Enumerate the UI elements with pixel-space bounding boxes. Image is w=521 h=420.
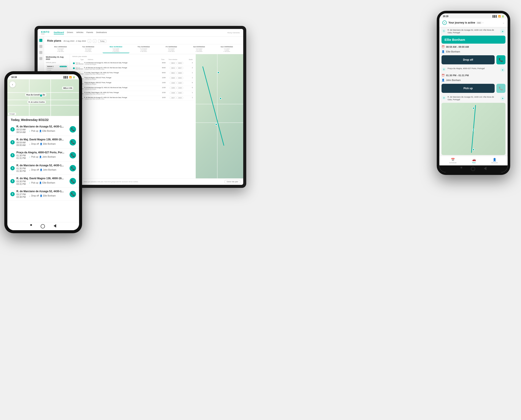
passenger-icon-2: 👤	[40, 143, 42, 145]
nav-item-account[interactable]: 👤 Account	[491, 158, 498, 164]
map-pin-1	[472, 107, 475, 109]
phone-ride-list: Today, Wednesday 8/31/22 1 R. de Marcian…	[7, 116, 79, 222]
date-navigation: 29 Aug 2022 - 4 Sep 2022 ‹ › Today	[63, 39, 106, 43]
clock-icon-1: ⏰	[442, 45, 445, 48]
ride-plan-panel: Vehicle plan details Type Address Time T…	[70, 54, 196, 178]
vehicle-panel-title: Vehicle plans	[46, 61, 68, 63]
journey-status-circle: ●	[442, 21, 447, 25]
map-pin-2	[472, 129, 475, 131]
today-button[interactable]: Today	[98, 39, 106, 43]
home-button[interactable]	[30, 224, 32, 226]
pr-recent-button[interactable]	[484, 167, 486, 170]
ride-number-3: 3	[10, 153, 15, 158]
next-date-btn[interactable]: ›	[93, 39, 96, 43]
nav-drivers[interactable]: Drivers	[67, 31, 73, 34]
day-col-wed[interactable]: Wed 31/08/2022 6 accepted0 in active6 ri…	[103, 45, 129, 53]
map-label-bela: BELA VIS	[62, 87, 73, 90]
nav-schedule-label: Schedule	[449, 162, 456, 164]
day-col-sat[interactable]: Sat 03/09/2022 0 accepted0 in active0 ri…	[186, 45, 212, 53]
call-button-stop1[interactable]: 📞	[496, 55, 506, 64]
nav-parents[interactable]: Parents	[86, 31, 93, 34]
wifi-icon: 📶	[69, 76, 72, 78]
action-label-5: Pick up	[31, 182, 38, 184]
map-road-h	[7, 92, 79, 93]
ride-number-2: 2	[10, 140, 15, 144]
day-col-thu[interactable]: Thu 01/09/2022 6 scheduled0 in active6 r…	[130, 45, 157, 53]
call-button-4[interactable]: 📞	[69, 165, 76, 172]
nav-destinations[interactable]: Destinations	[96, 31, 107, 34]
call-button-stop2[interactable]: 📞	[496, 84, 506, 93]
tablet-map	[196, 54, 243, 178]
call-button-6[interactable]: 📞	[69, 191, 76, 197]
tablet-navbar: KINTORIDE Dashboard Drivers Vehicles Par…	[38, 29, 243, 37]
vehicle-status: Not Active	[60, 66, 67, 67]
map-label-latino: R. de Latino Coelho	[27, 101, 46, 104]
ride-address-1: R. de Marciano de Azuaga 52, 4430-1...	[16, 125, 68, 128]
pr-status-icons: ▌▌▌ 📶 🔋	[493, 15, 504, 17]
passenger-banner-name: Ellie Bonham	[445, 38, 502, 41]
day-col-tue[interactable]: Tue 30/08/2022 6 accepted0 in active6 ri…	[75, 45, 102, 53]
clone-ride-plan-button[interactable]: Clone ride plan	[225, 180, 240, 184]
phone-right-device: 10:19 ▌▌▌ 📶 🔋 ● Your journey is active n…	[437, 11, 510, 175]
phone-left-time: 10:19	[11, 76, 17, 78]
day-col-sun[interactable]: Sun 04/09/2022 1 in active0 active1 ride…	[213, 45, 240, 53]
stop1-nav-button[interactable]: ➤	[500, 29, 505, 34]
ride-info-3: Praça da Alegria, 4000-027 Porto, Por...…	[16, 151, 68, 159]
nav-dashboard[interactable]: Dashboard	[54, 31, 64, 34]
sidebar-icon-users[interactable]	[39, 51, 42, 54]
pr-back-button[interactable]	[471, 167, 475, 171]
ride-number-4: 4	[10, 166, 15, 170]
day-col-mon[interactable]: Mon 29/08/2022 0 accepted0 in rides0 rid…	[47, 45, 74, 53]
call-button-5[interactable]: 📞	[69, 178, 76, 184]
account-icon: 👤	[493, 158, 496, 161]
rp-row-8: Drop offEllie Bonham R. de Marciano de A…	[72, 96, 194, 101]
signal-icon: ▌▌▌	[64, 76, 68, 78]
pick-up-button[interactable]: Pick up	[442, 84, 495, 93]
vehicle-item[interactable]: Vehicle 1 Not Active Vehicle 1 4 seats	[46, 65, 68, 72]
journey-text: Your journey is active now ▪	[448, 21, 501, 24]
sidebar-icon-home[interactable]	[39, 39, 42, 42]
google-badge: Google	[8, 113, 16, 115]
ride-info-2: R. do Maj. David Magno 139, 4000-19... 0…	[16, 138, 68, 146]
prev-date-btn[interactable]: ‹	[88, 39, 91, 43]
rp-row-2: Pick upEllie Bonham R. de Marciano de Az…	[72, 66, 194, 71]
footer-note: When you activate a ride plan, fixed tim…	[83, 181, 222, 182]
rp-header-row: Type Address Time Time window Seats	[72, 59, 194, 60]
action-row-2: Pick up 📞	[442, 84, 506, 93]
ride-number-1: 1	[10, 127, 15, 132]
journey-now-badge: now	[476, 22, 482, 24]
nav-ride-label: Ride	[472, 162, 476, 164]
ride-address-2: R. do Maj. David Magno 139, 4000-19...	[16, 138, 68, 141]
dropoff-arrow-6: ↓	[29, 195, 30, 197]
nav-vehicles[interactable]: Vehicles	[76, 31, 83, 34]
recent-button[interactable]	[53, 224, 56, 228]
stop2-passenger-name: John Bonham	[446, 79, 461, 81]
phone-map-background: ‹ Rua da Constituição R. de Latino Coelh…	[7, 79, 79, 116]
ride-address-6: R. de Marciano de Azuaga 52, 4430-1...	[16, 190, 68, 193]
journey-header[interactable]: ● Your journey is active now ▪ ⌄	[439, 18, 508, 27]
pr-home-button[interactable]	[461, 167, 462, 168]
ride-item-6: 6 R. de Marciano de Azuaga 52, 4430-1...…	[7, 188, 79, 201]
call-button-3[interactable]: 📞	[69, 152, 76, 158]
stop2-nav-button[interactable]: ➤	[500, 67, 505, 72]
call-button-2[interactable]: 📞	[69, 139, 76, 146]
sidebar-icon-settings[interactable]	[39, 57, 42, 60]
passenger-name-5: Ellie Bonham	[42, 182, 55, 184]
stop-number-1: 1	[442, 29, 446, 33]
map-back-button[interactable]: ‹	[9, 81, 15, 87]
pickup-dot	[73, 62, 75, 64]
stop3-nav-button[interactable]: ➤	[500, 96, 505, 101]
back-button[interactable]	[41, 224, 45, 228]
nav-item-schedule[interactable]: 📅 Schedule	[449, 158, 456, 164]
rp-row-6: Pick upJohn Bonham R. de Marciano de Azu…	[72, 86, 194, 91]
sidebar-icon-calendar[interactable]	[39, 45, 42, 48]
passenger-name-2: Ellie Bonham	[43, 143, 56, 145]
call-button-1[interactable]: 📞	[69, 126, 76, 133]
schedule-icon: 📅	[451, 158, 455, 161]
drop-off-button[interactable]: Drop off	[442, 55, 495, 64]
ride-item-3: 3 Praça da Alegria, 4000-027 Porto, Por.…	[7, 149, 79, 162]
map-pin-3	[472, 149, 475, 151]
action-row-1: Drop off 📞	[442, 55, 506, 64]
day-col-fri[interactable]: Fri 02/09/2022 6 accepted0 in active6 ri…	[158, 45, 185, 53]
nav-item-ride[interactable]: 🚗 Ride	[472, 158, 476, 164]
